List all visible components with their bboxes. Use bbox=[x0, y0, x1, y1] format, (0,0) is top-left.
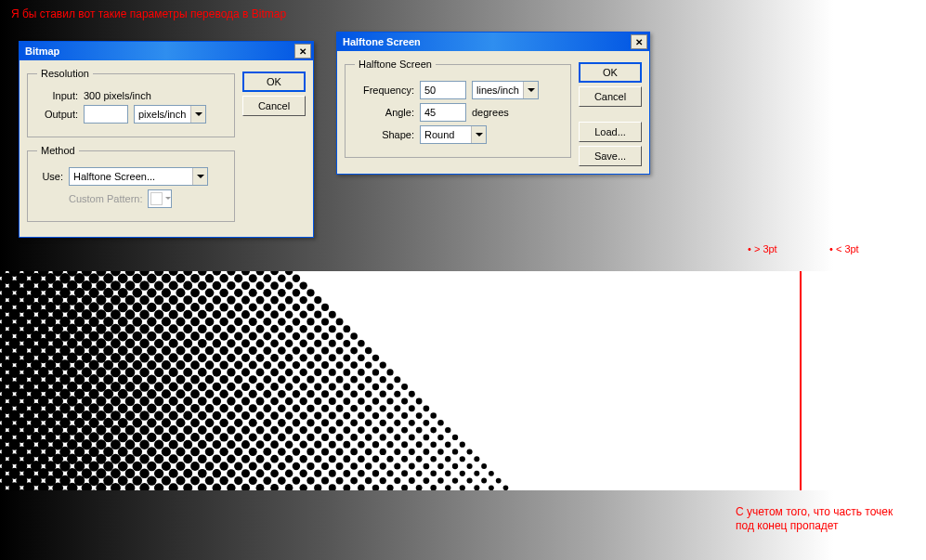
bitmap-dialog: Bitmap ✕ Resolution Input: 300 pixels/in… bbox=[19, 41, 314, 238]
output-label: Output: bbox=[37, 109, 78, 120]
marker-gt3pt: • > 3pt bbox=[748, 243, 777, 254]
method-legend: Method bbox=[37, 145, 79, 156]
save-button[interactable]: Save... bbox=[579, 146, 642, 166]
use-value: Halftone Screen... bbox=[70, 171, 192, 182]
halftone-title: Halftone Screen bbox=[343, 36, 421, 47]
frequency-input[interactable] bbox=[420, 81, 466, 99]
halftone-titlebar[interactable]: Halftone Screen ✕ bbox=[337, 33, 649, 51]
output-input[interactable] bbox=[84, 105, 128, 124]
custom-pattern-swatch bbox=[148, 189, 172, 208]
frequency-unit-select[interactable]: lines/inch bbox=[472, 81, 539, 99]
top-note: Я бы ставил вот такие параметры перевода… bbox=[11, 7, 286, 20]
close-icon[interactable]: ✕ bbox=[294, 44, 311, 59]
angle-unit: degrees bbox=[472, 107, 509, 118]
threshold-line bbox=[800, 271, 802, 490]
shape-label: Shape: bbox=[355, 129, 414, 140]
bitmap-titlebar[interactable]: Bitmap ✕ bbox=[20, 42, 313, 60]
shape-select[interactable]: Round bbox=[420, 125, 487, 144]
chevron-down-icon bbox=[471, 126, 486, 143]
bottom-note-line1: С учетом того, что часть точек bbox=[736, 505, 893, 518]
output-unit-value: pixels/inch bbox=[135, 109, 190, 120]
shape-value: Round bbox=[421, 129, 471, 140]
chevron-down-icon bbox=[190, 106, 205, 123]
bottom-note-line2: под конец пропадет bbox=[736, 519, 839, 532]
angle-label: Angle: bbox=[355, 107, 414, 118]
close-icon[interactable]: ✕ bbox=[631, 34, 647, 49]
halftone-group: Halftone Screen Frequency: lines/inch An… bbox=[345, 59, 571, 158]
resolution-legend: Resolution bbox=[37, 68, 93, 79]
use-label: Use: bbox=[37, 171, 63, 182]
load-button[interactable]: Load... bbox=[579, 122, 642, 142]
cancel-button[interactable]: Cancel bbox=[579, 86, 642, 107]
resolution-group: Resolution Input: 300 pixels/inch Output… bbox=[27, 68, 235, 137]
halftone-legend: Halftone Screen bbox=[355, 59, 436, 70]
chevron-down-icon bbox=[523, 82, 538, 98]
halftone-dialog: Halftone Screen ✕ Halftone Screen Freque… bbox=[336, 32, 650, 175]
ok-button[interactable]: OK bbox=[579, 62, 642, 83]
cancel-button[interactable]: Cancel bbox=[242, 96, 306, 116]
input-value: 300 pixels/inch bbox=[84, 90, 151, 101]
use-select[interactable]: Halftone Screen... bbox=[69, 167, 208, 186]
angle-input[interactable] bbox=[420, 103, 466, 122]
custom-pattern-label: Custom Pattern: bbox=[69, 193, 142, 204]
output-unit-select[interactable]: pixels/inch bbox=[134, 105, 206, 124]
marker-lt3pt: • < 3pt bbox=[829, 243, 859, 254]
bitmap-title: Bitmap bbox=[25, 46, 59, 57]
input-label: Input: bbox=[37, 90, 78, 101]
method-group: Method Use: Halftone Screen... Custom Pa… bbox=[27, 145, 235, 222]
frequency-label: Frequency: bbox=[355, 85, 414, 96]
frequency-unit-value: lines/inch bbox=[473, 85, 523, 96]
ok-button[interactable]: OK bbox=[242, 72, 306, 92]
chevron-down-icon bbox=[192, 168, 207, 185]
halftone-preview bbox=[0, 271, 926, 490]
